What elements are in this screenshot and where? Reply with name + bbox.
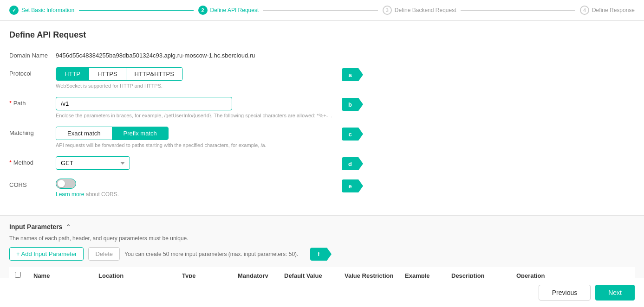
- matching-hint: API requests will be forwarded to paths …: [56, 142, 334, 148]
- method-label: Method: [9, 156, 56, 166]
- exact-match-button[interactable]: Exact match: [56, 127, 112, 140]
- annotation-b: b: [342, 98, 358, 111]
- cors-toggle[interactable]: [56, 179, 76, 189]
- cors-learn-more-link[interactable]: Learn more: [56, 191, 84, 198]
- step-line-1: [79, 10, 193, 11]
- next-button[interactable]: Next: [595, 285, 635, 292]
- websocket-note: WebSocket is supported for HTTP and HTTP…: [56, 83, 334, 89]
- input-params-header: Input Parameters ⌃: [9, 223, 635, 230]
- matching-group: Exact match Prefix match: [56, 127, 169, 140]
- stepper: ✓ Set Basic Information 2 Define API Req…: [0, 0, 644, 21]
- protocol-row: Protocol HTTP HTTPS HTTP&HTTPS WebSocket…: [9, 67, 635, 89]
- add-input-param-button[interactable]: + Add Input Parameter: [9, 247, 84, 261]
- step-1-label: Set Basic Information: [21, 7, 74, 13]
- select-all-checkbox[interactable]: [15, 272, 21, 278]
- page-footer: Previous Next: [0, 278, 644, 292]
- step-2-number: 2: [198, 6, 208, 15]
- delete-button[interactable]: Delete: [88, 247, 120, 261]
- protocol-httpandhttps-button[interactable]: HTTP&HTTPS: [126, 68, 182, 80]
- main-content: Define API Request Domain Name 9456d55c4…: [0, 21, 644, 215]
- step-line-2: [263, 10, 377, 11]
- matching-control: Exact match Prefix match API requests wi…: [56, 127, 334, 148]
- cors-control: Learn more about CORS.: [56, 179, 334, 198]
- path-input[interactable]: [56, 97, 232, 110]
- step-4-number: 4: [580, 6, 589, 15]
- path-row: Path Enclose the parameters in braces, f…: [9, 97, 635, 118]
- input-params-label: Input Parameters: [9, 223, 62, 230]
- cors-label: CORS: [9, 179, 56, 188]
- domain-name-value: 9456d55c48384255ba98dba501324c93.apig.ru…: [56, 49, 334, 59]
- step-2-label: Define API Request: [210, 7, 259, 13]
- params-count-note: You can create 50 more input parameters …: [124, 251, 298, 257]
- cors-note: Learn more about CORS.: [56, 191, 334, 198]
- protocol-https-button[interactable]: HTTPS: [89, 68, 126, 80]
- annotation-a: a: [342, 68, 358, 81]
- path-hint: Enclose the parameters in braces, for ex…: [56, 113, 334, 118]
- annotation-f: f: [310, 248, 327, 261]
- domain-name-label: Domain Name: [9, 49, 56, 59]
- step-4: 4 Define Response: [580, 6, 635, 15]
- domain-name-value-area: 9456d55c48384255ba98dba501324c93.apig.ru…: [56, 49, 334, 59]
- step-line-3: [461, 10, 575, 11]
- method-row: Method GET POST PUT DELETE PATCH HEAD OP…: [9, 156, 635, 170]
- cors-note-post: about CORS.: [86, 191, 119, 198]
- domain-name-row: Domain Name 9456d55c48384255ba98dba50132…: [9, 49, 635, 59]
- method-select[interactable]: GET POST PUT DELETE PATCH HEAD OPTIONS: [56, 156, 130, 170]
- protocol-http-button[interactable]: HTTP: [56, 68, 89, 80]
- step-3-number: 3: [383, 6, 392, 15]
- annotation-d: d: [342, 157, 358, 170]
- params-note: The names of each path, header, and quer…: [9, 235, 635, 242]
- step-3-label: Define Backend Request: [395, 7, 456, 13]
- step-4-label: Define Response: [592, 7, 635, 13]
- page-title: Define API Request: [9, 30, 635, 40]
- protocol-control: HTTP HTTPS HTTP&HTTPS WebSocket is suppo…: [56, 67, 334, 89]
- protocol-label: Protocol: [9, 67, 56, 77]
- step-1-number: ✓: [9, 6, 19, 15]
- matching-label: Matching: [9, 127, 56, 136]
- cors-row: CORS Learn more about CORS. e: [9, 179, 635, 198]
- toggle-knob: [58, 180, 65, 187]
- annotation-e: e: [342, 179, 358, 192]
- annotation-c: c: [342, 128, 358, 141]
- params-toolbar: + Add Input Parameter Delete You can cre…: [9, 247, 635, 261]
- step-3: 3 Define Backend Request: [383, 6, 456, 15]
- toggle-container: [56, 179, 334, 189]
- step-1: ✓ Set Basic Information: [9, 6, 74, 15]
- method-control: GET POST PUT DELETE PATCH HEAD OPTIONS: [56, 156, 334, 170]
- collapse-icon[interactable]: ⌃: [66, 224, 71, 230]
- path-control: Enclose the parameters in braces, for ex…: [56, 97, 334, 118]
- protocol-group: HTTP HTTPS HTTP&HTTPS: [56, 67, 183, 81]
- previous-button[interactable]: Previous: [539, 285, 591, 292]
- path-label: Path: [9, 97, 56, 107]
- step-2: 2 Define API Request: [198, 6, 259, 15]
- prefix-match-button[interactable]: Prefix match: [112, 127, 168, 140]
- matching-row: Matching Exact match Prefix match API re…: [9, 127, 635, 148]
